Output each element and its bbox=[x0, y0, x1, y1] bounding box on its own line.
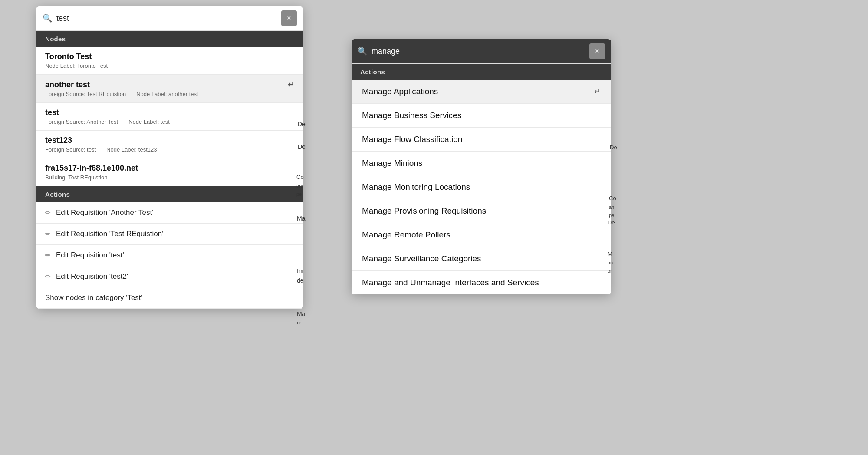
manage-item-unmanage-interfaces[interactable]: Manage and Unmanage Interfaces and Servi… bbox=[352, 271, 611, 294]
bg-text-de1: De bbox=[298, 121, 306, 128]
node-title-fra15: fra15s17-in-f68.1e100.net bbox=[45, 164, 138, 173]
manage-label-flow-classification: Manage Flow Classification bbox=[362, 135, 462, 144]
pencil-icon-2: ✏ bbox=[45, 230, 51, 238]
enter-icon-another-test: ↵ bbox=[288, 80, 294, 89]
action-label-edit-another-test: Edit Requisition 'Another Test' bbox=[56, 208, 153, 217]
bg-text-or: or bbox=[297, 320, 301, 325]
bg-text-de2: De bbox=[298, 143, 306, 150]
pencil-icon-3: ✏ bbox=[45, 251, 51, 259]
left-search-dropdown: 🔍 × Nodes Toronto Test Node Label: Toron… bbox=[36, 6, 303, 309]
node-sublabel-toronto: Node Label: Toronto Test bbox=[45, 63, 108, 69]
left-clear-button[interactable]: × bbox=[281, 10, 297, 26]
right-clear-button[interactable]: × bbox=[589, 43, 605, 59]
node-label-test: Node Label: test bbox=[128, 119, 170, 125]
node-building-fra15: Building: Test REquistion bbox=[45, 174, 108, 181]
node-result-toronto[interactable]: Toronto Test Node Label: Toronto Test bbox=[36, 47, 303, 75]
manage-label-remote-pollers: Manage Remote Pollers bbox=[362, 230, 450, 240]
manage-item-minions[interactable]: Manage Minions bbox=[352, 152, 611, 175]
node-foreign-source-test123: Foreign Source: test bbox=[45, 146, 96, 153]
manage-label-business-services: Manage Business Services bbox=[362, 111, 461, 120]
right-search-dropdown: 🔍 × Actions Manage Applications ↵ Manage… bbox=[352, 39, 611, 294]
node-foreign-source-test: Foreign Source: Another Test bbox=[45, 119, 118, 125]
bg-right-de: De bbox=[610, 144, 617, 151]
node-title-test: test bbox=[45, 108, 59, 117]
manage-label-monitoring-locations: Manage Monitoring Locations bbox=[362, 182, 470, 192]
bg-right-de2: De bbox=[608, 219, 615, 226]
node-result-test123[interactable]: test123 Foreign Source: test Node Label:… bbox=[36, 131, 303, 158]
manage-item-provisioning-requisitions[interactable]: Manage Provisioning Requisitions bbox=[352, 199, 611, 223]
enter-icon-applications: ↵ bbox=[594, 87, 601, 96]
left-actions-section-header: Actions bbox=[36, 186, 303, 202]
bg-text-co: Coarcpe bbox=[296, 173, 304, 198]
node-result-test[interactable]: test Foreign Source: Another Test Node L… bbox=[36, 103, 303, 131]
manage-item-surveillance-categories[interactable]: Manage Surveillance Categories bbox=[352, 247, 611, 271]
manage-item-monitoring-locations[interactable]: Manage Monitoring Locations bbox=[352, 175, 611, 199]
search-icon-left: 🔍 bbox=[43, 13, 52, 23]
left-search-input[interactable] bbox=[56, 14, 277, 23]
bg-text-ma2: Ma bbox=[297, 310, 305, 317]
right-search-bar: 🔍 × bbox=[352, 39, 611, 64]
action-label-edit-test-req: Edit Requisition 'Test REquistion' bbox=[56, 230, 163, 238]
bg-right-ma: Manor bbox=[608, 250, 613, 275]
manage-item-applications[interactable]: Manage Applications ↵ bbox=[352, 80, 611, 104]
action-edit-test2[interactable]: ✏ Edit Requisition 'test2' bbox=[36, 266, 303, 287]
manage-item-flow-classification[interactable]: Manage Flow Classification bbox=[352, 128, 611, 152]
bg-text-ma1: Ma bbox=[297, 215, 305, 222]
left-search-bar: 🔍 × bbox=[36, 6, 303, 31]
bg-text-de3: de bbox=[297, 277, 304, 284]
manage-label-surveillance-categories: Manage Surveillance Categories bbox=[362, 254, 481, 264]
action-label-edit-test: Edit Requisition 'test' bbox=[56, 251, 124, 260]
manage-item-business-services[interactable]: Manage Business Services bbox=[352, 104, 611, 128]
right-search-input[interactable] bbox=[372, 47, 585, 56]
search-icon-right: 🔍 bbox=[358, 46, 367, 56]
manage-label-applications: Manage Applications bbox=[362, 87, 438, 96]
node-label-test123: Node Label: test123 bbox=[106, 146, 157, 153]
node-result-fra15[interactable]: fra15s17-in-f68.1e100.net Building: Test… bbox=[36, 158, 303, 186]
pencil-icon-4: ✏ bbox=[45, 273, 51, 280]
action-edit-test[interactable]: ✏ Edit Requisition 'test' bbox=[36, 245, 303, 266]
manage-label-provisioning-requisitions: Manage Provisioning Requisitions bbox=[362, 206, 486, 216]
nodes-section-header: Nodes bbox=[36, 31, 303, 47]
action-edit-another-test[interactable]: ✏ Edit Requisition 'Another Test' bbox=[36, 202, 303, 224]
pencil-icon-1: ✏ bbox=[45, 209, 51, 217]
node-label-another: Node Label: another test bbox=[136, 91, 198, 97]
bg-text-im: Im bbox=[297, 267, 304, 274]
action-label-edit-test2: Edit Requisition 'test2' bbox=[56, 272, 128, 281]
manage-label-unmanage-interfaces: Manage and Unmanage Interfaces and Servi… bbox=[362, 278, 539, 287]
node-result-another-test[interactable]: another test ↵ Foreign Source: Test REqu… bbox=[36, 75, 303, 103]
action-edit-test-requistion[interactable]: ✏ Edit Requisition 'Test REquistion' bbox=[36, 224, 303, 245]
action-label-show-nodes: Show nodes in category 'Test' bbox=[45, 293, 142, 302]
bg-right-co: Coanpe bbox=[609, 194, 616, 220]
node-foreign-source-another: Foreign Source: Test REquistion bbox=[45, 91, 126, 97]
action-show-nodes-category[interactable]: Show nodes in category 'Test' bbox=[36, 287, 303, 309]
right-actions-section-header: Actions bbox=[352, 64, 611, 80]
node-title-another-test: another test bbox=[45, 80, 90, 89]
node-title-test123: test123 bbox=[45, 136, 72, 145]
manage-label-minions: Manage Minions bbox=[362, 158, 422, 168]
node-title-toronto: Toronto Test bbox=[45, 52, 92, 61]
manage-item-remote-pollers[interactable]: Manage Remote Pollers bbox=[352, 223, 611, 247]
